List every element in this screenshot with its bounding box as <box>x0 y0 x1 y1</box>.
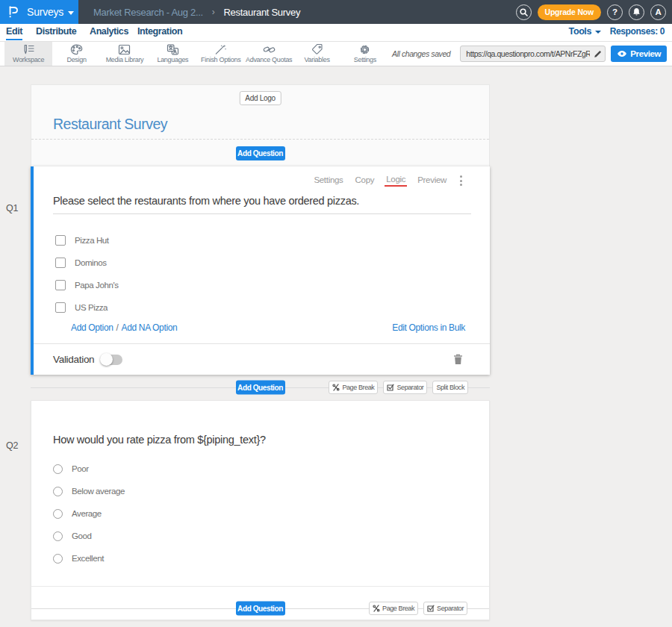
add-question-button-bottom[interactable]: Add Question <box>236 602 285 616</box>
option-row[interactable]: Average <box>53 502 125 525</box>
edit-options-in-bulk-link[interactable]: Edit Options in Bulk <box>392 322 465 333</box>
validation-toggle[interactable] <box>101 355 122 365</box>
topbar-actions: Upgrade Now ? A <box>516 0 672 24</box>
checkbox[interactable] <box>55 280 66 290</box>
survey-url-input[interactable] <box>461 49 590 58</box>
toolbar-item-finish-options[interactable]: Finish Options <box>197 42 245 66</box>
split-block-button[interactable]: Split Block <box>432 381 468 394</box>
option-label[interactable]: Average <box>72 509 102 518</box>
option-label[interactable]: Excellent <box>72 554 104 563</box>
question-preview-link[interactable]: Preview <box>416 175 448 186</box>
toolbar-item-label: Finish Options <box>201 56 240 63</box>
checkbox[interactable] <box>55 302 66 313</box>
tab-edit[interactable]: Edit <box>6 26 22 40</box>
notifications-button[interactable] <box>629 4 644 20</box>
add-question-button-top[interactable]: Add Question <box>236 146 285 160</box>
languages-icon <box>167 44 179 55</box>
toolbar-item-variables[interactable]: Variables <box>293 42 340 66</box>
question-copy-link[interactable]: Copy <box>354 175 376 186</box>
page-break-label: Page Break <box>342 384 374 391</box>
question-card-q1[interactable]: Settings Copy Logic Preview Please selec… <box>31 166 490 375</box>
option-row[interactable]: Below average <box>53 480 125 502</box>
option-row[interactable]: Papa John's <box>55 274 119 296</box>
account-avatar[interactable]: A <box>650 4 666 20</box>
question-footer-q2: Add Question Page Break <box>31 586 489 620</box>
radio-button[interactable] <box>53 554 63 564</box>
option-row[interactable]: US Pizza <box>55 296 119 319</box>
preview-label: Preview <box>630 49 661 58</box>
tab-integration[interactable]: Integration <box>137 26 182 39</box>
kebab-menu-icon[interactable] <box>458 175 464 187</box>
radio-button[interactable] <box>53 531 63 541</box>
delete-question-button[interactable] <box>453 354 463 365</box>
upgrade-now-button[interactable]: Upgrade Now <box>538 4 601 20</box>
top-bar: Surveys Market Research - Aug 2... › Res… <box>0 0 672 24</box>
separator-icon <box>427 605 435 612</box>
add-na-option-link[interactable]: Add NA Option <box>122 322 178 333</box>
survey-card: Add Logo Restaurant Survey Add Question … <box>31 84 490 620</box>
separator-button[interactable]: Separator <box>423 602 467 615</box>
page-break-label: Page Break <box>382 605 414 612</box>
question-text-q1[interactable]: Please select the restaurants from where… <box>53 195 471 214</box>
survey-editor-page: Surveys Market Research - Aug 2... › Res… <box>0 0 672 627</box>
toolbar-item-media-library[interactable]: Media Library <box>101 42 149 66</box>
option-label[interactable]: Good <box>72 531 92 540</box>
breadcrumb-parent[interactable]: Market Research - Aug 2... <box>93 7 203 18</box>
toolbar-item-workspace[interactable]: Workspace <box>4 42 52 66</box>
insert-actions-q1: Page Break Separator Split Block <box>329 381 468 394</box>
add-question-button-middle[interactable]: Add Question <box>236 381 285 395</box>
toggle-knob <box>100 353 113 366</box>
tab-distribute[interactable]: Distribute <box>36 26 76 39</box>
option-row[interactable]: Dominos <box>55 252 119 274</box>
advance-quotas-icon <box>263 44 276 55</box>
add-logo-button[interactable]: Add Logo <box>239 91 281 105</box>
radio-button[interactable] <box>53 487 63 496</box>
tab-analytics[interactable]: Analytics <box>90 26 128 39</box>
option-label[interactable]: Poor <box>72 464 89 473</box>
toolbar-item-design[interactable]: Design <box>52 42 100 66</box>
radio-button[interactable] <box>53 509 63 519</box>
edit-url-button[interactable] <box>590 50 605 58</box>
option-row[interactable]: Pizza Hut <box>55 229 119 252</box>
question-card-q2[interactable]: How would you rate pizza from ${piping_t… <box>31 400 490 620</box>
toolbar-item-settings[interactable]: Settings <box>341 42 389 66</box>
toolbar-item-languages[interactable]: Languages <box>149 42 196 66</box>
question-text-q2[interactable]: How would you rate pizza from ${piping_t… <box>53 434 266 446</box>
trash-icon <box>453 354 463 365</box>
help-button[interactable]: ? <box>607 4 623 20</box>
avatar-label: A <box>655 7 661 16</box>
page-break-button[interactable]: Page Break <box>369 602 418 615</box>
option-row[interactable]: Excellent <box>53 547 125 570</box>
option-label[interactable]: Below average <box>72 487 125 496</box>
checkbox[interactable] <box>55 235 66 246</box>
question-number-q1: Q1 <box>6 203 18 213</box>
separator-label: Separator <box>437 605 464 612</box>
radio-button[interactable] <box>53 464 63 474</box>
preview-button[interactable]: Preview <box>611 46 667 62</box>
survey-title[interactable]: Restaurant Survey <box>53 116 167 133</box>
option-label[interactable]: US Pizza <box>75 303 108 312</box>
separator-icon <box>387 384 394 391</box>
option-label[interactable]: Papa John's <box>75 281 119 290</box>
toolbar-item-advance-quotas[interactable]: Advance Quotas <box>245 42 293 66</box>
editor-toolbar: Workspace Design Media Library <box>0 42 672 66</box>
finish-options-icon <box>214 44 227 55</box>
question-logic-link[interactable]: Logic <box>385 175 407 187</box>
option-label[interactable]: Pizza Hut <box>75 236 109 245</box>
toolbar-item-label: Settings <box>354 56 376 63</box>
bell-icon <box>632 7 641 16</box>
split-block-label: Split Block <box>436 384 464 391</box>
option-row[interactable]: Good <box>53 525 125 547</box>
checkbox[interactable] <box>55 258 66 268</box>
tools-menu[interactable]: Tools <box>569 26 601 37</box>
option-label[interactable]: Dominos <box>75 258 107 267</box>
breadcrumb: Market Research - Aug 2... › Restaurant … <box>78 0 300 24</box>
responses-count[interactable]: Responses: 0 <box>610 26 665 37</box>
product-switcher[interactable]: Surveys <box>0 0 78 24</box>
add-option-link[interactable]: Add Option <box>71 322 113 333</box>
question-settings-link[interactable]: Settings <box>312 175 344 186</box>
search-button[interactable] <box>516 4 532 20</box>
page-break-button[interactable]: Page Break <box>329 381 378 394</box>
option-row[interactable]: Poor <box>53 458 125 480</box>
separator-button[interactable]: Separator <box>383 381 427 394</box>
